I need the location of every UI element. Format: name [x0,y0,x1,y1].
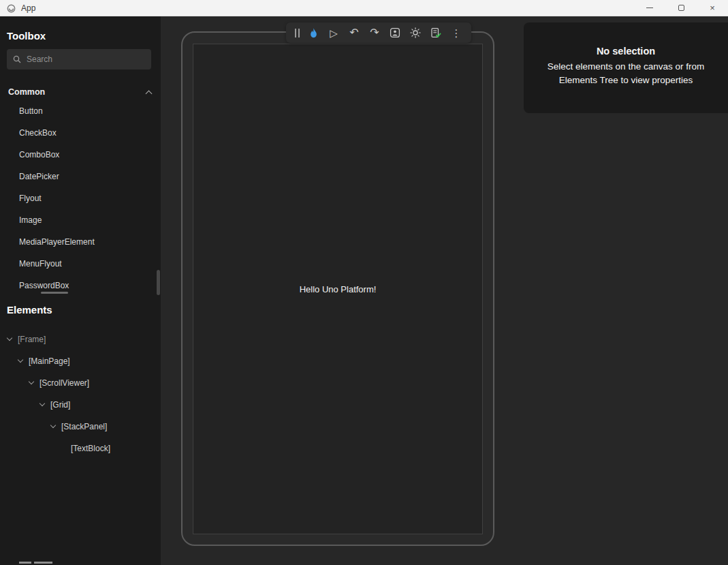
close-icon: × [710,3,715,12]
redo-button[interactable]: ↷ [364,22,385,43]
tree-item-mainpage[interactable]: [MainPage] [0,350,161,372]
close-button[interactable]: × [697,0,728,16]
toolbox-horizontal-scrollbar[interactable] [41,292,68,294]
section-label: Common [8,87,45,97]
search-icon [13,55,21,63]
toolbox-item-image[interactable]: Image [0,209,161,231]
undo-button[interactable]: ↶ [344,22,364,43]
tree-item-stackpanel[interactable]: [StackPanel] [0,416,161,438]
app-preview-screen[interactable]: Hello Uno Platform! [193,44,483,534]
no-selection-message: Select elements on the canvas or from El… [533,60,718,87]
toolbox-vertical-scrollbar[interactable] [157,270,160,295]
clipped-bottom-text [19,562,31,564]
window-controls: × [634,0,728,16]
toolbox-item-checkbox[interactable]: CheckBox [0,122,161,144]
minimize-icon [646,7,653,8]
tree-item-grid[interactable]: [Grid] [0,394,161,416]
device-frame: Hello Uno Platform! [181,31,494,546]
form-check-icon[interactable] [426,22,446,43]
elements-title: Elements [7,304,52,316]
toolbox-list: Button CheckBox ComboBox DatePicker Flyo… [0,100,161,296]
more-options-button[interactable]: ⋮ [446,22,466,43]
toolbox-item-button[interactable]: Button [0,100,161,122]
tree-item-frame[interactable]: [Frame] [0,329,161,350]
chevron-down-icon[interactable] [29,379,34,384]
toolbox-item-combobox[interactable]: ComboBox [0,144,161,166]
chevron-down-icon[interactable] [18,357,23,363]
app-icon [7,3,16,12]
tree-item-label: [TextBlock] [71,444,110,453]
toolbox-item-datepicker[interactable]: DatePicker [0,166,161,187]
tree-item-label: [Frame] [18,335,46,344]
designer-toolbar: ▷ ↶ ↷ [286,22,471,43]
toolbox-item-flyout[interactable]: Flyout [0,187,161,209]
toolbox-section-common[interactable]: Common [0,82,161,102]
preview-textblock[interactable]: Hello Uno Platform! [300,284,377,294]
toolbox-item-menuflyout[interactable]: MenuFlyout [0,253,161,275]
toolbox-title: Toolbox [7,30,46,42]
toolbox-item-mediaplayerelement[interactable]: MediaPlayerElement [0,231,161,253]
tree-item-textblock[interactable]: [TextBlock] [0,438,161,459]
chevron-up-icon [146,90,153,97]
hot-reload-flame-icon[interactable] [303,22,323,43]
sidebar: Toolbox Common Button CheckBox ComboBox … [0,16,161,565]
chevron-down-icon[interactable] [39,401,45,406]
tree-item-label: [StackPanel] [61,422,107,431]
toolbox-search[interactable] [7,49,151,70]
no-selection-title: No selection [533,46,718,57]
tree-item-label: [ScrollViewer] [39,378,89,388]
elements-tree: [Frame] [MainPage] [ScrollViewer] [Grid]… [0,329,161,459]
tree-item-scrollviewer[interactable]: [ScrollViewer] [0,372,161,394]
drag-handle-icon[interactable] [291,22,303,43]
maximize-icon [678,5,684,11]
design-canvas[interactable]: ▷ ↶ ↷ [161,16,728,565]
inspect-element-icon[interactable] [385,22,405,43]
properties-panel: No selection Select elements on the canv… [524,22,728,113]
app-window: App × Toolbox Common Button CheckBox Com… [0,0,728,565]
tree-item-label: [MainPage] [29,356,70,366]
theme-icon[interactable] [405,22,426,43]
play-button[interactable]: ▷ [323,22,344,43]
toolbox-item-passwordbox[interactable]: PasswordBox [0,275,161,296]
chevron-down-icon[interactable] [50,423,56,428]
clipped-bottom-text [34,562,52,564]
search-input[interactable] [27,55,145,64]
window-title: App [21,3,35,13]
minimize-button[interactable] [634,0,665,16]
tree-item-label: [Grid] [50,400,70,410]
chevron-down-icon[interactable] [7,335,12,341]
maximize-button[interactable] [665,0,697,16]
titlebar: App × [0,0,728,16]
